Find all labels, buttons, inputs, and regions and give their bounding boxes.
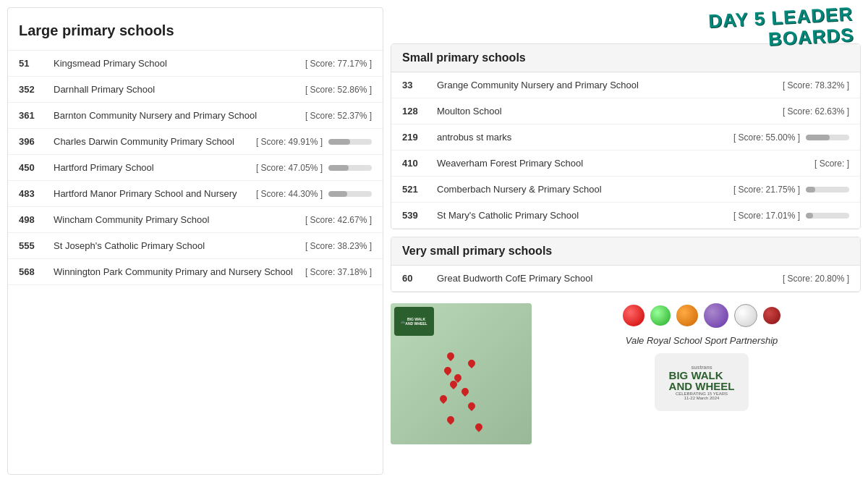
score-bar (328, 139, 350, 145)
score-bar-container (806, 187, 849, 193)
table-row: 555St Joseph's Catholic Primary School[ … (8, 233, 383, 259)
school-rank: 60 (402, 273, 431, 284)
score-bar-container (806, 135, 849, 140)
cricket-ball-small-icon (763, 307, 780, 324)
table-row: 128Moulton School[ Score: 62.63% ] (391, 98, 860, 124)
school-score: [ Score: ] (814, 158, 849, 169)
school-rank: 51 (19, 58, 48, 69)
school-score: [ Score: 78.32% ] (783, 80, 849, 90)
table-row: 568Winnington Park Community Primary and… (8, 259, 383, 285)
school-score: [ Score: 55.00% ] (733, 132, 800, 143)
very-small-schools-panel: Very small primary schools 60Great Budwo… (391, 237, 861, 292)
school-rank: 352 (19, 84, 48, 95)
basketball-icon (676, 305, 698, 326)
school-rank: 539 (402, 210, 431, 221)
school-rank: 450 (19, 162, 48, 173)
school-score: [ Score: 42.67% ] (305, 215, 372, 225)
score-bar (806, 187, 815, 193)
school-rank: 128 (402, 106, 431, 117)
score-bar (806, 135, 830, 140)
very-small-schools-list: 60Great Budworth CofE Primary School[ Sc… (391, 266, 860, 292)
school-name: Darnhall Primary School (54, 84, 299, 95)
school-name: antrobus st marks (437, 132, 728, 143)
score-bar-container (328, 191, 372, 197)
school-rank: 410 (402, 158, 431, 169)
school-score: [ Score: 38.23% ] (305, 241, 372, 251)
small-schools-panel: Small primary schools 33Grange Community… (391, 43, 861, 229)
school-name: Wincham Community Primary School (54, 214, 299, 225)
table-row: 396Charles Darwin Community Primary Scho… (8, 129, 383, 155)
table-row: 539St Mary's Catholic Primary School[ Sc… (391, 203, 860, 229)
large-schools-title: Large primary schools (8, 15, 383, 51)
score-bar (806, 213, 813, 219)
school-name: Charles Darwin Community Primary School (54, 136, 250, 147)
table-row: 498Wincham Community Primary School[ Sco… (8, 207, 383, 233)
school-name: Comberbach Nursery & Primary School (437, 184, 728, 195)
large-schools-panel: Large primary schools 51Kingsmead Primar… (7, 7, 383, 475)
table-row: 450Hartford Primary School[ Score: 47.05… (8, 155, 383, 181)
score-bar-container (328, 139, 372, 145)
cricket-ball-icon (623, 305, 644, 326)
map-logo: 🚲 BIG WALKAND WHEEL (394, 307, 434, 336)
large-schools-list: 51Kingsmead Primary School[ Score: 77.17… (8, 51, 383, 285)
school-name: Grange Community Nursery and Primary Sch… (437, 80, 777, 90)
school-rank: 33 (402, 80, 431, 90)
purple-ball-icon (704, 303, 728, 328)
sport-balls (623, 303, 780, 328)
school-name: Winnington Park Community Primary and Nu… (54, 266, 299, 277)
school-rank: 483 (19, 188, 48, 199)
school-score: [ Score: 77.17% ] (305, 59, 372, 69)
score-bar (328, 165, 349, 171)
school-score: [ Score: 52.37% ] (305, 111, 372, 121)
school-score: [ Score: 17.01% ] (733, 211, 800, 221)
school-rank: 361 (19, 110, 48, 121)
school-score: [ Score: 49.91% ] (256, 137, 323, 147)
school-score: [ Score: 20.80% ] (783, 274, 849, 284)
school-score: [ Score: 62.63% ] (783, 106, 849, 117)
school-name: St Mary's Catholic Primary School (437, 210, 728, 221)
table-row: 410Weaverham Forest Primary School[ Scor… (391, 151, 860, 177)
school-score: [ Score: 21.75% ] (733, 185, 800, 195)
table-row: 51Kingsmead Primary School[ Score: 77.17… (8, 51, 383, 77)
score-bar (328, 191, 347, 197)
school-name: Hartford Primary School (54, 162, 250, 173)
school-name: Moulton School (437, 106, 777, 117)
school-name: St Joseph's Catholic Primary School (54, 240, 299, 251)
vale-royal-label: Vale Royal School Sport Partnership (626, 335, 778, 346)
map-area: 🚲 BIG WALKAND WHEEL (391, 303, 532, 444)
school-rank: 521 (402, 184, 431, 195)
small-schools-list: 33Grange Community Nursery and Primary S… (391, 72, 860, 229)
school-name: Great Budworth CofE Primary School (437, 273, 777, 284)
school-name: Hartford Manor Primary School and Nurser… (54, 188, 250, 199)
football-icon (734, 304, 757, 327)
table-row: 483Hartford Manor Primary School and Nur… (8, 181, 383, 207)
very-small-schools-title: Very small primary schools (391, 237, 860, 266)
bigwalk-text: BIG WALK AND WHEEL (669, 370, 735, 392)
school-rank: 568 (19, 266, 48, 277)
school-score: [ Score: 47.05% ] (256, 163, 323, 173)
school-score: [ Score: 44.30% ] (256, 189, 323, 199)
dates-text: 11-22 March 2024 (684, 396, 720, 400)
school-name: Kingsmead Primary School (54, 58, 299, 69)
score-bar-container (806, 213, 849, 219)
logos-area: Vale Royal School Sport Partnership sust… (542, 303, 861, 411)
table-row: 219antrobus st marks[ Score: 55.00% ] (391, 124, 860, 151)
table-row: 521Comberbach Nursery & Primary School[ … (391, 177, 860, 203)
table-row: 33Grange Community Nursery and Primary S… (391, 72, 860, 98)
score-bar-container (328, 165, 372, 171)
school-score: [ Score: 37.18% ] (305, 267, 372, 277)
school-rank: 555 (19, 240, 48, 251)
map-visual: 🚲 BIG WALKAND WHEEL (391, 303, 532, 444)
day5-leaderboard-title: DAY 5 LEADER BOARDS (708, 4, 855, 53)
school-score: [ Score: 52.86% ] (305, 85, 372, 95)
sustrans-logo: sustrans BIG WALK AND WHEEL CELEBRATING … (655, 353, 749, 411)
table-row: 352Darnhall Primary School[ Score: 52.86… (8, 77, 383, 103)
table-row: 361Barnton Community Nursery and Primary… (8, 103, 383, 129)
right-panel: DAY 5 LEADER BOARDS Small primary school… (391, 7, 861, 475)
school-name: Weaverham Forest Primary School (437, 158, 809, 169)
school-name: Barnton Community Nursery and Primary Sc… (54, 110, 299, 121)
tennis-ball-icon (650, 305, 671, 326)
school-rank: 219 (402, 132, 431, 143)
school-rank: 498 (19, 214, 48, 225)
table-row: 60Great Budworth CofE Primary School[ Sc… (391, 266, 860, 292)
